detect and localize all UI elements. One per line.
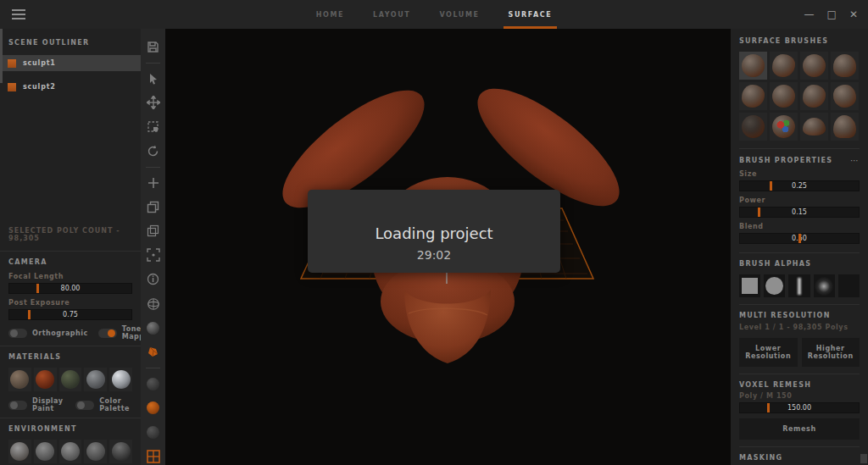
surface-brushes-title: SURFACE BRUSHES: [739, 37, 860, 45]
post-exposure-slider[interactable]: 0.75: [8, 309, 132, 320]
minimize-icon[interactable]: —: [804, 9, 815, 19]
tone-mapping-toggle[interactable]: [98, 329, 117, 338]
env-neutral[interactable]: [59, 440, 82, 463]
slider-value: 80.00: [9, 284, 131, 293]
masking-title: MASKING: [739, 454, 860, 462]
materials-section: MATERIALS Display Paint Color Palette: [0, 346, 141, 418]
slider-handle[interactable]: [28, 310, 31, 319]
left-panel-scrollbar[interactable]: [0, 29, 3, 83]
env-dim[interactable]: [84, 440, 107, 463]
env-dark[interactable]: [109, 440, 132, 463]
environment-title: ENVIRONMENT: [8, 425, 132, 433]
select-arrow-icon[interactable]: [146, 72, 160, 86]
alpha-vertical-bar[interactable]: [788, 274, 810, 297]
brush-cloth[interactable]: [831, 113, 859, 141]
lower-resolution-button[interactable]: Lower Resolution: [739, 338, 798, 367]
save-icon[interactable]: [146, 40, 160, 54]
env-flat-grey[interactable]: [34, 440, 57, 463]
alpha-soft-dot[interactable]: [814, 274, 835, 297]
brush-inflate[interactable]: [800, 52, 828, 80]
grid-icon[interactable]: [146, 449, 160, 463]
brush-smooth[interactable]: [739, 113, 767, 141]
tab-home[interactable]: HOME: [316, 0, 344, 29]
slider-handle[interactable]: [767, 403, 770, 412]
matcap-sphere-icon[interactable]: [146, 321, 160, 335]
maximize-icon[interactable]: □: [827, 9, 837, 19]
left-panel: SCENE OUTLINER sculpt1 sculpt2 SELECTED …: [0, 29, 141, 465]
voxel-resolution-slider[interactable]: 150.00: [739, 402, 860, 413]
sphere-dim-icon[interactable]: [146, 377, 160, 391]
paint-sphere-icon[interactable]: [146, 401, 160, 415]
voxel-rock-icon[interactable]: [146, 345, 160, 359]
tab-layout[interactable]: LAYOUT: [373, 0, 410, 29]
masking-section: MASKING Invert Mask Clear Mask: [739, 447, 860, 465]
display-paint-toggle[interactable]: [8, 401, 27, 410]
brush-clay[interactable]: [739, 52, 767, 80]
higher-resolution-button[interactable]: Higher Resolution: [802, 338, 860, 367]
loading-dialog-time: 29:02: [417, 248, 451, 262]
selected-poly-count: SELECTED POLY COUNT - 98,305: [8, 227, 132, 242]
topbar: HOME LAYOUT VOLUME SURFACE — □ ✕: [0, 0, 868, 29]
right-panel-scrollbar[interactable]: [860, 454, 867, 463]
remesh-button[interactable]: Remesh: [739, 418, 860, 440]
orthographic-label: Orthographic: [32, 329, 88, 337]
slider-handle[interactable]: [770, 181, 772, 191]
outliner-item-sculpt1[interactable]: sculpt1: [0, 55, 141, 71]
outliner-item-sculpt2[interactable]: sculpt2: [0, 79, 141, 95]
blend-label: Blend: [739, 223, 860, 230]
orthographic-toggle[interactable]: [8, 329, 27, 338]
brush-scrape[interactable]: [831, 82, 859, 110]
brush-blob[interactable]: [770, 82, 798, 110]
brush-flatten[interactable]: [831, 52, 859, 80]
material-moss-green[interactable]: [59, 368, 82, 391]
alpha-square[interactable]: [739, 274, 760, 297]
scale-icon[interactable]: [146, 120, 160, 135]
resolution-level-label: Level 1 / 1 - 98,305 Polys: [739, 324, 860, 331]
materials-title: MATERIALS: [8, 353, 132, 361]
focus-icon[interactable]: [146, 248, 160, 263]
camera-section: CAMERA Focal Length 80.00 Post Exposure …: [0, 252, 141, 346]
env-soft-grey[interactable]: [8, 440, 31, 463]
material-clay-brown[interactable]: [8, 368, 31, 391]
blend-slider[interactable]: 0.50: [739, 233, 860, 244]
sphere-dim2-icon[interactable]: [146, 425, 160, 440]
move-icon[interactable]: [146, 96, 160, 110]
slider-handle[interactable]: [758, 208, 760, 217]
post-exposure-label: Post Exposure: [8, 299, 132, 307]
sculpt-app-window: HOME LAYOUT VOLUME SURFACE — □ ✕ SCENE O…: [0, 0, 868, 465]
material-matte-grey[interactable]: [84, 368, 107, 391]
main-tabs: HOME LAYOUT VOLUME SURFACE: [0, 0, 868, 29]
power-slider[interactable]: 0.15: [739, 207, 860, 218]
brush-properties-section: BRUSH PROPERTIES ⋯ Size 0.25 Power 0.15 …: [739, 149, 860, 252]
slider-handle[interactable]: [798, 234, 801, 243]
brush-crease[interactable]: [800, 82, 828, 110]
slider-handle[interactable]: [36, 284, 39, 293]
brush-paint[interactable]: [770, 113, 798, 141]
tab-volume[interactable]: VOLUME: [439, 0, 479, 29]
focal-length-slider[interactable]: 80.00: [8, 283, 132, 294]
brush-move[interactable]: [739, 82, 767, 110]
viewport-3d[interactable]: Loading project 29:02: [165, 29, 731, 465]
wireframe-globe-icon[interactable]: [146, 296, 160, 311]
size-label: Size: [739, 170, 860, 178]
material-rust-red[interactable]: [34, 368, 57, 391]
material-polished-silver[interactable]: [109, 368, 132, 391]
brush-teapot[interactable]: [800, 113, 828, 141]
add-icon[interactable]: [146, 176, 160, 191]
rotate-icon[interactable]: [146, 144, 160, 158]
duplicate-icon[interactable]: [146, 200, 160, 214]
brush-properties-menu-icon[interactable]: ⋯: [850, 156, 860, 165]
multi-resolution-title: MULTI RESOLUTION: [739, 312, 860, 319]
info-icon[interactable]: [146, 273, 160, 287]
brush-alphas-section: BRUSH ALPHAS: [739, 253, 860, 304]
alpha-circle[interactable]: [764, 274, 785, 297]
tab-surface[interactable]: SURFACE: [509, 0, 553, 29]
color-palette-toggle[interactable]: [75, 401, 94, 410]
size-slider[interactable]: 0.25: [739, 180, 860, 191]
instance-icon[interactable]: [146, 224, 160, 239]
close-icon[interactable]: ✕: [849, 9, 858, 19]
camera-title: CAMERA: [8, 258, 132, 266]
loading-dialog: Loading project 29:02: [308, 190, 560, 273]
brush-standard[interactable]: [770, 52, 798, 80]
alpha-empty[interactable]: [838, 274, 860, 297]
